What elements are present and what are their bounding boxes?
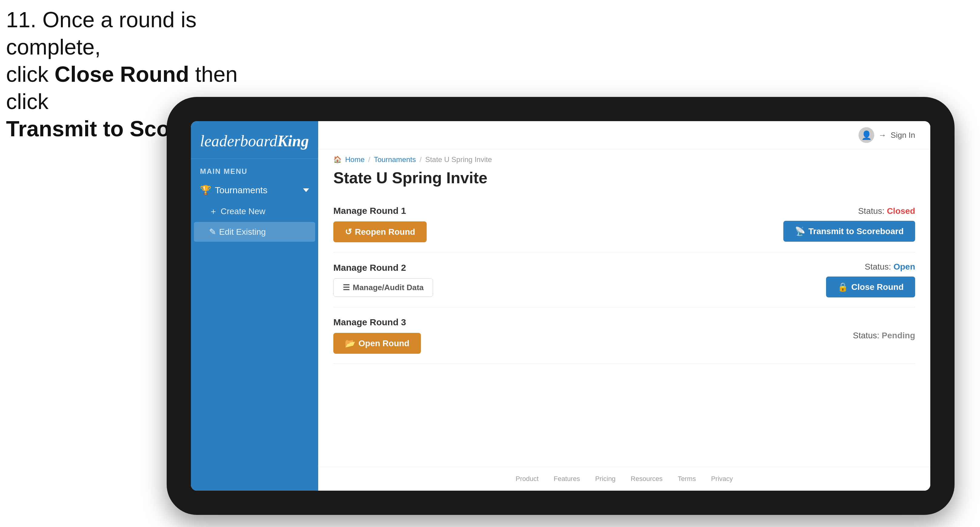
- round-1-right: Status: Closed 📡 Transmit to Scoreboard: [783, 206, 915, 242]
- create-new-label: Create New: [221, 206, 266, 216]
- home-icon: 🏠: [333, 156, 342, 163]
- sign-in-label: Sign In: [891, 130, 915, 140]
- manage-audit-button[interactable]: ☰ Manage/Audit Data: [333, 278, 433, 297]
- round-3-left: Manage Round 3 📂 Open Round: [333, 317, 421, 354]
- footer-resources[interactable]: Resources: [631, 475, 662, 483]
- round-1-row: Manage Round 1 ↺ Reopen Round Status: Cl…: [333, 196, 915, 252]
- breadcrumb-sep-2: /: [419, 156, 422, 164]
- top-nav: 👤 → Sign In: [318, 121, 930, 149]
- round-2-status: Status: Open: [865, 262, 915, 272]
- round-2-left: Manage Round 2 ☰ Manage/Audit Data: [333, 263, 433, 297]
- breadcrumb: 🏠 Home / Tournaments / State U Spring In…: [318, 149, 930, 164]
- footer-product[interactable]: Product: [515, 475, 538, 483]
- sign-in-icon: →: [878, 130, 886, 140]
- breadcrumb-sep-1: /: [368, 156, 370, 164]
- footer-privacy[interactable]: Privacy: [711, 475, 733, 483]
- main-content: 👤 → Sign In 🏠 Home / Tournaments / State…: [318, 121, 930, 490]
- sidebar-tournaments-label: Tournaments: [215, 185, 267, 195]
- breadcrumb-home[interactable]: Home: [345, 156, 364, 164]
- rounds-container: Manage Round 1 ↺ Reopen Round Status: Cl…: [318, 196, 930, 467]
- edit-icon: ✎: [209, 227, 216, 237]
- sidebar-item-create-new[interactable]: ＋ Create New: [191, 201, 318, 222]
- status-open-value: Open: [893, 262, 915, 271]
- round-3-right: Status: Pending: [853, 331, 915, 340]
- round-3-title: Manage Round 3: [333, 317, 421, 327]
- transmit-scoreboard-button[interactable]: 📡 Transmit to Scoreboard: [783, 221, 915, 242]
- round-2-row: Manage Round 2 ☰ Manage/Audit Data Statu…: [333, 252, 915, 307]
- round-1-left: Manage Round 1 ↺ Reopen Round: [333, 206, 427, 242]
- status-pending-value: Pending: [882, 331, 915, 340]
- chevron-down-icon: [303, 188, 309, 192]
- logo-text: leaderboardKing: [200, 132, 309, 149]
- audit-icon: ☰: [343, 283, 350, 292]
- sidebar: leaderboardKing MAIN MENU 🏆 Tournaments …: [191, 121, 318, 490]
- breadcrumb-tournaments[interactable]: Tournaments: [374, 156, 416, 164]
- footer: Product Features Pricing Resources Terms…: [318, 467, 930, 490]
- reopen-round-button[interactable]: ↺ Reopen Round: [333, 221, 427, 242]
- edit-existing-label: Edit Existing: [219, 227, 266, 237]
- avatar: 👤: [859, 127, 874, 143]
- close-round-button[interactable]: 🔒 Close Round: [826, 276, 915, 297]
- tablet-shell: leaderboardKing MAIN MENU 🏆 Tournaments …: [167, 97, 955, 515]
- page-title: State U Spring Invite: [318, 164, 930, 196]
- status-closed-value: Closed: [887, 206, 915, 216]
- breadcrumb-current: State U Spring Invite: [425, 156, 492, 164]
- footer-terms[interactable]: Terms: [678, 475, 696, 483]
- round-2-right: Status: Open 🔒 Close Round: [826, 262, 915, 297]
- close-icon: 🔒: [838, 282, 848, 292]
- reopen-icon: ↺: [345, 227, 352, 237]
- app-layout: leaderboardKing MAIN MENU 🏆 Tournaments …: [191, 121, 930, 490]
- round-2-title: Manage Round 2: [333, 263, 433, 273]
- main-menu-label: MAIN MENU: [191, 159, 318, 179]
- round-1-status: Status: Closed: [858, 206, 915, 216]
- sidebar-logo: leaderboardKing: [191, 121, 318, 159]
- footer-pricing[interactable]: Pricing: [595, 475, 616, 483]
- sidebar-item-tournaments[interactable]: 🏆 Tournaments: [191, 179, 318, 201]
- round-1-title: Manage Round 1: [333, 206, 427, 216]
- tablet-screen: leaderboardKing MAIN MENU 🏆 Tournaments …: [191, 121, 930, 490]
- trophy-icon: 🏆: [200, 185, 211, 195]
- transmit-icon: 📡: [795, 226, 805, 236]
- sign-in-area[interactable]: 👤 → Sign In: [859, 127, 915, 143]
- round-3-row: Manage Round 3 📂 Open Round Status: Pend…: [333, 307, 915, 364]
- round-3-status: Status: Pending: [853, 331, 915, 340]
- open-round-button[interactable]: 📂 Open Round: [333, 333, 421, 354]
- footer-features[interactable]: Features: [554, 475, 580, 483]
- plus-icon: ＋: [209, 206, 218, 217]
- open-icon: 📂: [345, 338, 355, 348]
- sidebar-item-edit-existing[interactable]: ✎ Edit Existing: [194, 222, 315, 242]
